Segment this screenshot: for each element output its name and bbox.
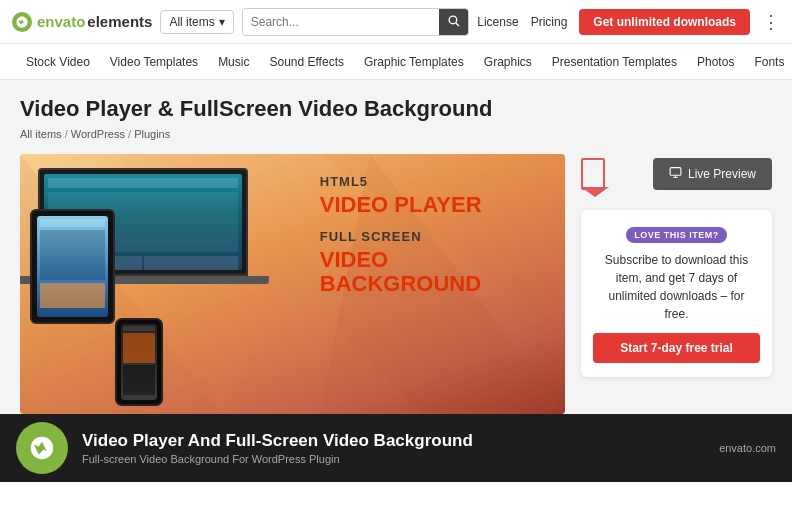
right-panel: Live Preview LOVE THIS ITEM? Subscribe t… bbox=[581, 154, 772, 377]
nav-graphics[interactable]: Graphics bbox=[474, 44, 542, 79]
free-trial-button[interactable]: Start 7-day free trial bbox=[593, 333, 760, 363]
subscribe-text: Subscribe to download this item, and get… bbox=[593, 251, 760, 323]
main-nav: Stock Video Video Templates Music Sound … bbox=[0, 44, 792, 80]
bottom-source: envato.com bbox=[719, 442, 776, 454]
nav-photos[interactable]: Photos bbox=[687, 44, 744, 79]
page-title: Video Player & FullScreen Video Backgrou… bbox=[20, 96, 772, 122]
search-button[interactable] bbox=[439, 9, 468, 35]
devices-area bbox=[20, 154, 320, 414]
search-icon bbox=[447, 14, 460, 30]
chevron-down-icon: ▾ bbox=[219, 15, 225, 29]
preview-image: HTML5 VIDEO PLAYER FULL SCREEN VIDEO BAC… bbox=[20, 154, 565, 414]
header-right-group: License Pricing Get unlimited downloads … bbox=[477, 9, 780, 35]
nav-graphic-templates[interactable]: Graphic Templates bbox=[354, 44, 474, 79]
live-preview-button[interactable]: Live Preview bbox=[653, 158, 772, 190]
svg-rect-7 bbox=[670, 168, 681, 176]
tablet-device bbox=[30, 209, 115, 324]
logo[interactable]: envatoelements bbox=[12, 12, 152, 32]
breadcrumb-all-items[interactable]: All items bbox=[20, 128, 62, 140]
bottom-title: Video Player And Full-Screen Video Backg… bbox=[82, 431, 705, 451]
search-bar bbox=[242, 8, 470, 36]
love-badge: LOVE THIS ITEM? bbox=[626, 227, 727, 243]
bottom-info: Video Player And Full-Screen Video Backg… bbox=[82, 431, 705, 465]
all-items-dropdown[interactable]: All items ▾ bbox=[160, 10, 233, 34]
license-link[interactable]: License bbox=[477, 15, 518, 29]
more-options-btn[interactable]: ⋮ bbox=[762, 11, 780, 33]
pricing-link[interactable]: Pricing bbox=[531, 15, 568, 29]
nav-fonts[interactable]: Fonts bbox=[744, 44, 792, 79]
svg-line-1 bbox=[456, 22, 459, 25]
nav-sound-effects[interactable]: Sound Effects bbox=[259, 44, 354, 79]
search-input[interactable] bbox=[243, 10, 440, 34]
nav-video-templates[interactable]: Video Templates bbox=[100, 44, 208, 79]
subscribe-box: LOVE THIS ITEM? Subscribe to download th… bbox=[581, 210, 772, 377]
header: envatoelements All items ▾ License Prici… bbox=[0, 0, 792, 44]
phone-device bbox=[115, 318, 163, 406]
get-unlimited-btn[interactable]: Get unlimited downloads bbox=[579, 9, 750, 35]
preview-inner: HTML5 VIDEO PLAYER FULL SCREEN VIDEO BAC… bbox=[20, 154, 565, 414]
svg-point-0 bbox=[449, 16, 457, 24]
logo-elements-text: elements bbox=[87, 13, 152, 30]
content-area: HTML5 VIDEO PLAYER FULL SCREEN VIDEO BAC… bbox=[20, 154, 772, 414]
breadcrumb-plugins[interactable]: Plugins bbox=[134, 128, 170, 140]
nav-stock-video[interactable]: Stock Video bbox=[16, 44, 100, 79]
main-content: Video Player & FullScreen Video Backgrou… bbox=[0, 80, 792, 414]
bookmark-button[interactable] bbox=[581, 158, 605, 190]
breadcrumb: All items / WordPress / Plugins bbox=[20, 128, 772, 140]
bottom-logo-icon bbox=[16, 422, 68, 474]
envato-logo-icon bbox=[12, 12, 32, 32]
breadcrumb-wordpress[interactable]: WordPress bbox=[71, 128, 125, 140]
logo-envato-text: envato bbox=[37, 13, 85, 30]
bottom-bar: Video Player And Full-Screen Video Backg… bbox=[0, 414, 792, 482]
bottom-subtitle: Full-screen Video Background For WordPre… bbox=[82, 453, 705, 465]
monitor-icon bbox=[669, 166, 682, 182]
nav-music[interactable]: Music bbox=[208, 44, 259, 79]
nav-presentation-templates[interactable]: Presentation Templates bbox=[542, 44, 687, 79]
